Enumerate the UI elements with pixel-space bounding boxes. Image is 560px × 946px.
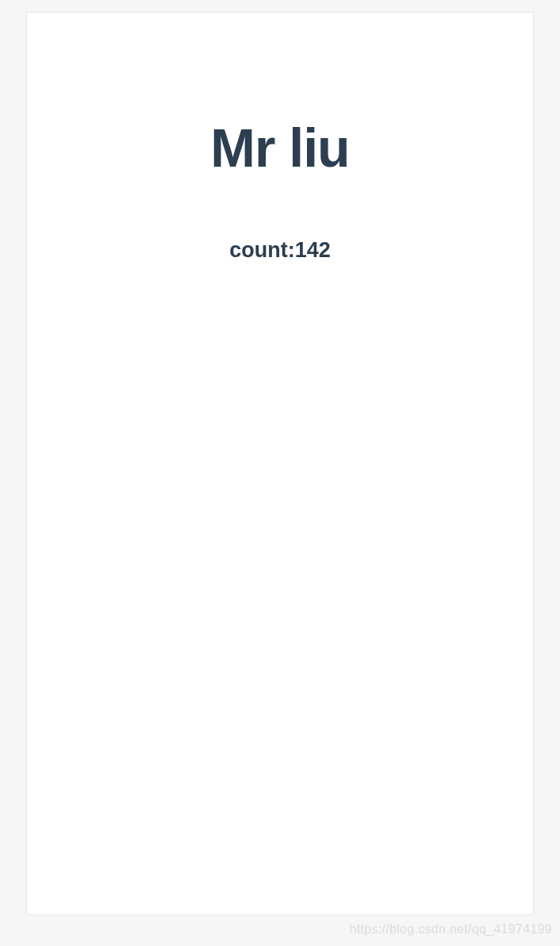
watermark-text: https://blog.csdn.net/qq_41974199 bbox=[350, 922, 552, 936]
count-value: 142 bbox=[295, 238, 331, 262]
page-title: Mr liu bbox=[27, 116, 533, 181]
content-card: Mr liu count:142 bbox=[26, 12, 534, 915]
main-content: Mr liu count:142 bbox=[27, 13, 533, 263]
count-display: count:142 bbox=[27, 238, 533, 263]
count-label: count: bbox=[229, 238, 294, 262]
